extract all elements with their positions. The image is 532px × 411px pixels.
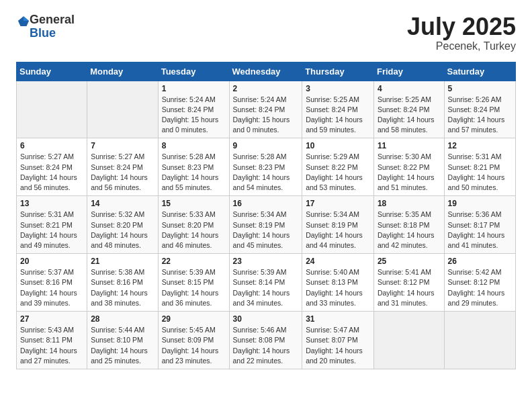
calendar-week-row: 6Sunrise: 5:27 AMSunset: 8:24 PMDaylight…	[17, 138, 516, 196]
calendar-cell: 16Sunrise: 5:34 AMSunset: 8:19 PMDayligh…	[229, 196, 302, 254]
day-number: 28	[91, 314, 154, 324]
weekday-header: Monday	[87, 62, 158, 81]
day-number: 16	[233, 199, 299, 208]
calendar-cell: 4Sunrise: 5:25 AMSunset: 8:24 PMDaylight…	[373, 81, 444, 138]
weekday-header: Wednesday	[229, 62, 302, 81]
day-info: Sunrise: 5:43 AMSunset: 8:11 PMDaylight:…	[20, 325, 83, 366]
day-info: Sunrise: 5:30 AMSunset: 8:22 PMDaylight:…	[378, 152, 441, 193]
weekday-header: Sunday	[17, 62, 87, 81]
calendar-cell: 21Sunrise: 5:38 AMSunset: 8:16 PMDayligh…	[87, 254, 158, 312]
calendar-cell: 3Sunrise: 5:25 AMSunset: 8:24 PMDaylight…	[302, 81, 374, 138]
calendar-cell	[87, 81, 158, 138]
calendar-cell: 14Sunrise: 5:32 AMSunset: 8:20 PMDayligh…	[87, 196, 158, 254]
day-info: Sunrise: 5:28 AMSunset: 8:23 PMDaylight:…	[233, 152, 299, 193]
day-info: Sunrise: 5:37 AMSunset: 8:16 PMDaylight:…	[20, 267, 83, 308]
calendar-cell: 11Sunrise: 5:30 AMSunset: 8:22 PMDayligh…	[373, 138, 444, 196]
day-number: 22	[162, 257, 226, 266]
day-number: 5	[448, 84, 512, 93]
calendar-cell: 28Sunrise: 5:44 AMSunset: 8:10 PMDayligh…	[87, 312, 158, 369]
day-info: Sunrise: 5:32 AMSunset: 8:20 PMDaylight:…	[91, 210, 154, 250]
day-number: 17	[306, 199, 370, 208]
logo-icon	[17, 15, 30, 27]
day-info: Sunrise: 5:40 AMSunset: 8:13 PMDaylight:…	[306, 267, 370, 308]
day-info: Sunrise: 5:25 AMSunset: 8:24 PMDaylight:…	[378, 95, 441, 136]
day-info: Sunrise: 5:27 AMSunset: 8:24 PMDaylight:…	[91, 152, 154, 193]
day-number: 20	[20, 257, 83, 266]
calendar-cell: 31Sunrise: 5:47 AMSunset: 8:07 PMDayligh…	[302, 312, 374, 369]
day-number: 8	[162, 141, 226, 150]
day-info: Sunrise: 5:33 AMSunset: 8:20 PMDaylight:…	[162, 210, 226, 250]
day-number: 27	[20, 314, 83, 324]
day-number: 18	[378, 199, 441, 208]
day-number: 23	[233, 257, 299, 266]
day-info: Sunrise: 5:39 AMSunset: 8:15 PMDaylight:…	[162, 267, 226, 308]
day-info: Sunrise: 5:28 AMSunset: 8:23 PMDaylight:…	[162, 152, 226, 193]
day-number: 13	[20, 199, 83, 208]
calendar-cell: 20Sunrise: 5:37 AMSunset: 8:16 PMDayligh…	[17, 254, 87, 312]
calendar-cell: 6Sunrise: 5:27 AMSunset: 8:24 PMDaylight…	[17, 138, 87, 196]
calendar-cell: 10Sunrise: 5:29 AMSunset: 8:22 PMDayligh…	[302, 138, 374, 196]
day-number: 6	[20, 141, 83, 150]
calendar-week-row: 20Sunrise: 5:37 AMSunset: 8:16 PMDayligh…	[17, 254, 516, 312]
day-number: 9	[233, 141, 299, 150]
day-number: 7	[91, 141, 154, 150]
calendar-cell: 27Sunrise: 5:43 AMSunset: 8:11 PMDayligh…	[17, 312, 87, 369]
calendar-cell: 25Sunrise: 5:41 AMSunset: 8:12 PMDayligh…	[373, 254, 444, 312]
calendar-cell: 15Sunrise: 5:33 AMSunset: 8:20 PMDayligh…	[158, 196, 229, 254]
calendar-cell: 30Sunrise: 5:46 AMSunset: 8:08 PMDayligh…	[229, 312, 302, 369]
svg-marker-1	[24, 16, 29, 21]
calendar-week-row: 13Sunrise: 5:31 AMSunset: 8:21 PMDayligh…	[17, 196, 516, 254]
day-number: 26	[448, 257, 512, 266]
day-info: Sunrise: 5:29 AMSunset: 8:22 PMDaylight:…	[306, 152, 370, 193]
logo-blue: Blue	[30, 27, 75, 40]
day-info: Sunrise: 5:24 AMSunset: 8:24 PMDaylight:…	[233, 95, 299, 136]
day-number: 30	[233, 314, 299, 324]
day-info: Sunrise: 5:36 AMSunset: 8:17 PMDaylight:…	[448, 210, 512, 250]
day-info: Sunrise: 5:47 AMSunset: 8:07 PMDaylight:…	[306, 325, 370, 366]
day-number: 25	[378, 257, 441, 266]
calendar-cell: 12Sunrise: 5:31 AMSunset: 8:21 PMDayligh…	[444, 138, 515, 196]
calendar-cell: 7Sunrise: 5:27 AMSunset: 8:24 PMDaylight…	[87, 138, 158, 196]
day-number: 10	[306, 141, 370, 150]
day-number: 15	[162, 199, 226, 208]
weekday-header: Tuesday	[158, 62, 229, 81]
calendar-week-row: 27Sunrise: 5:43 AMSunset: 8:11 PMDayligh…	[17, 312, 516, 369]
title-block: July 2025 Pecenek, Turkey	[407, 13, 516, 52]
logo-general: General	[30, 13, 75, 27]
day-number: 29	[162, 314, 226, 324]
day-info: Sunrise: 5:35 AMSunset: 8:18 PMDaylight:…	[378, 210, 441, 250]
day-info: Sunrise: 5:44 AMSunset: 8:10 PMDaylight:…	[91, 325, 154, 366]
day-number: 11	[378, 141, 441, 150]
day-number: 4	[378, 84, 441, 93]
calendar-cell: 9Sunrise: 5:28 AMSunset: 8:23 PMDaylight…	[229, 138, 302, 196]
page: General Blue July 2025 Pecenek, Turkey S…	[0, 0, 532, 411]
day-number: 14	[91, 199, 154, 208]
calendar-cell: 5Sunrise: 5:26 AMSunset: 8:24 PMDaylight…	[444, 81, 515, 138]
day-info: Sunrise: 5:31 AMSunset: 8:21 PMDaylight:…	[20, 210, 83, 250]
calendar-cell: 19Sunrise: 5:36 AMSunset: 8:17 PMDayligh…	[444, 196, 515, 254]
day-info: Sunrise: 5:45 AMSunset: 8:09 PMDaylight:…	[162, 325, 226, 366]
day-number: 12	[448, 141, 512, 150]
calendar-cell: 13Sunrise: 5:31 AMSunset: 8:21 PMDayligh…	[17, 196, 87, 254]
day-info: Sunrise: 5:26 AMSunset: 8:24 PMDaylight:…	[448, 95, 512, 136]
month-title: July 2025	[407, 13, 516, 40]
day-info: Sunrise: 5:25 AMSunset: 8:24 PMDaylight:…	[306, 95, 370, 136]
calendar-cell: 26Sunrise: 5:42 AMSunset: 8:12 PMDayligh…	[444, 254, 515, 312]
calendar-week-row: 1Sunrise: 5:24 AMSunset: 8:24 PMDaylight…	[17, 81, 516, 138]
logo: General Blue	[16, 13, 75, 40]
day-number: 19	[448, 199, 512, 208]
day-info: Sunrise: 5:24 AMSunset: 8:24 PMDaylight:…	[162, 95, 226, 136]
day-info: Sunrise: 5:34 AMSunset: 8:19 PMDaylight:…	[233, 210, 299, 250]
day-info: Sunrise: 5:27 AMSunset: 8:24 PMDaylight:…	[20, 152, 83, 193]
day-number: 2	[233, 84, 299, 93]
calendar: SundayMondayTuesdayWednesdayThursdayFrid…	[16, 62, 516, 369]
weekday-header-row: SundayMondayTuesdayWednesdayThursdayFrid…	[17, 62, 516, 81]
day-number: 21	[91, 257, 154, 266]
day-info: Sunrise: 5:39 AMSunset: 8:14 PMDaylight:…	[233, 267, 299, 308]
weekday-header: Saturday	[444, 62, 515, 81]
calendar-cell: 22Sunrise: 5:39 AMSunset: 8:15 PMDayligh…	[158, 254, 229, 312]
day-number: 3	[306, 84, 370, 93]
calendar-cell	[17, 81, 87, 138]
logo-text: General Blue	[30, 13, 75, 40]
day-number: 1	[162, 84, 226, 93]
